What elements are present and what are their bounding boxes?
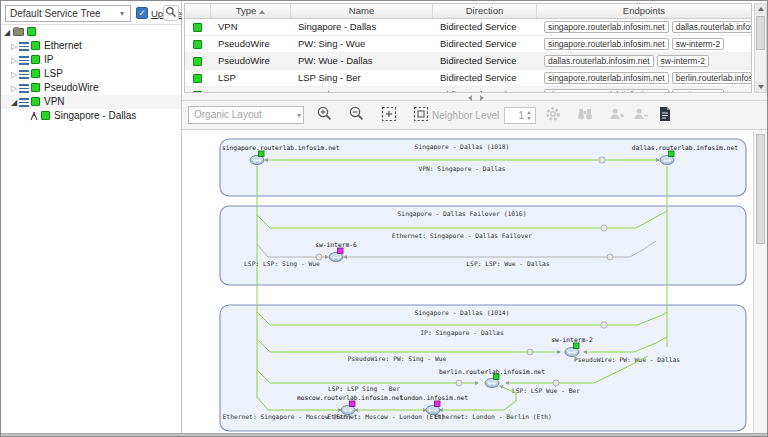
node-status-badge <box>259 151 265 157</box>
column-direction-label: Direction <box>466 5 504 16</box>
spinner-up-icon[interactable] <box>527 111 531 114</box>
check-icon: ✓ <box>138 8 146 18</box>
zoom-in-button[interactable] <box>314 105 336 126</box>
layout-select[interactable]: Organic Layout ▾ <box>188 106 304 124</box>
zoom-out-button[interactable] <box>346 105 368 126</box>
endpoint-chip: singapore.routerlab.infosim.net <box>544 38 669 50</box>
find-button[interactable] <box>574 105 596 126</box>
topology-map[interactable]: Singapore - Dallas (1018) Singapore - Da… <box>182 131 753 434</box>
cell-name: PW: Sing - Wue <box>291 36 433 52</box>
service-list-icon <box>19 98 29 107</box>
edge-label: Ethernet: Singapore - Dallas Failover <box>392 232 532 240</box>
scroll-up-button[interactable] <box>755 4 766 15</box>
cell-name: LSP Sing - Ber <box>291 70 433 86</box>
tree-root-row[interactable]: ◢ <box>1 25 181 39</box>
cell-name: PW: Wue - Dallas <box>291 53 433 69</box>
cell-endpoints: dallas.routerlab.infosim.netsw-interm-2 <box>537 53 751 69</box>
table-row[interactable]: VPN Singapore - Dallas Bidirected Servic… <box>185 19 751 36</box>
column-endpoints-label: Endpoints <box>623 5 665 16</box>
search-button[interactable] <box>163 5 179 21</box>
column-type[interactable]: Type <box>211 4 291 18</box>
edge-label: PseudoWire: PW: Wue - Dallas <box>574 356 680 363</box>
edge-midpoint <box>601 322 607 328</box>
spinner-down-icon[interactable] <box>527 117 531 120</box>
expander-closed-icon[interactable]: ▷ <box>9 40 19 54</box>
cell-endpoints: singapore.routerlab.infosim.netdallas.ro… <box>537 19 751 35</box>
main-panel: Type Name Direction Endpoints VPN Singap… <box>182 1 768 437</box>
topology-svg: Singapore - Dallas (1018) Singapore - Da… <box>182 131 753 434</box>
settings-button[interactable] <box>542 105 564 126</box>
status-square <box>27 27 36 36</box>
map-scrollbar[interactable] <box>753 131 767 434</box>
search-icon <box>165 6 177 18</box>
status-square <box>31 41 40 50</box>
edge-label: VPN: Singapore - Dallas <box>418 165 505 173</box>
node-status-badge <box>494 374 500 380</box>
table-row[interactable]: PseudoWire PW: Wue - Dallas Bidirected S… <box>185 53 751 70</box>
endpoint-chip: dallas.routerlab.infosim.net <box>672 21 751 33</box>
endpoint-chip: singapore.routerlab.infosim.net <box>544 21 669 33</box>
column-type-label: Type <box>236 5 257 16</box>
tree-item-singapore-dallas[interactable]: Singapore - Dallas <box>1 109 181 123</box>
fit-selection-button[interactable] <box>410 105 432 126</box>
panel-title: Singapore - Dallas Failover (1016) <box>398 210 527 218</box>
remove-node-button[interactable] <box>630 105 652 126</box>
node-status-badge <box>350 401 356 407</box>
cell-direction: Bidirected Service <box>433 36 537 52</box>
node-label: london.infosim.net <box>400 394 468 401</box>
service-tree-select[interactable]: Default Service Tree ▾ <box>5 5 131 22</box>
edge-label: LSP: LSP Sing - Ber <box>328 385 400 393</box>
expander-closed-icon[interactable]: ▷ <box>9 54 19 68</box>
add-node-button[interactable] <box>606 105 628 126</box>
scroll-thumb[interactable] <box>756 16 765 50</box>
tree-item-vpn[interactable]: ◢ VPN <box>1 95 181 109</box>
expander-closed-icon[interactable]: ▷ <box>9 82 19 96</box>
expander-open-icon[interactable]: ◢ <box>9 96 19 110</box>
cell-type: VPN <box>211 19 291 35</box>
node-label: dallas.routerlab.infosim.net <box>632 144 738 151</box>
status-square <box>193 91 202 93</box>
node-label: sw-interm-6 <box>315 241 357 248</box>
expander-open-icon[interactable]: ◢ <box>2 26 12 40</box>
tree-item-lsp[interactable]: ▷ LSP <box>1 67 181 81</box>
user-add-icon <box>608 105 626 123</box>
gear-icon <box>544 105 562 123</box>
app-window: Default Service Tree ▾ ✓ Updates ◢ ▷ <box>0 0 768 437</box>
table-splitter[interactable] <box>182 94 768 101</box>
table-scrollbar[interactable] <box>754 3 767 93</box>
status-square <box>193 57 202 66</box>
neighbor-level-value: 1 <box>518 110 524 121</box>
tree-item-ethernet[interactable]: ▷ Ethernet <box>1 39 181 53</box>
service-list-icon <box>19 56 29 65</box>
scroll-down-button[interactable] <box>755 81 766 92</box>
tree-item-label: Ethernet <box>44 39 82 53</box>
table-row[interactable]: LSP LSP Sing - Ber Bidirected Service si… <box>185 70 751 87</box>
table-row[interactable]: LSP LSP: Sing - Wue Bidirected Service s… <box>185 87 751 93</box>
tree-item-pseudowire[interactable]: ▷ PseudoWire <box>1 81 181 95</box>
status-square <box>31 55 40 64</box>
neighbor-level-label: Neighbor Level <box>432 110 499 121</box>
cell-name: LSP: Sing - Wue <box>291 87 433 93</box>
column-endpoints[interactable]: Endpoints <box>537 4 751 18</box>
zoom-out-icon <box>348 105 366 123</box>
expander-closed-icon[interactable]: ▷ <box>9 68 19 82</box>
chevron-down-icon: ▾ <box>116 6 128 21</box>
node-label: berlin.routerlab.infosim.net <box>439 368 545 375</box>
scroll-thumb[interactable] <box>756 134 765 244</box>
updates-checkbox[interactable]: ✓ <box>136 7 148 19</box>
tree-item-ip[interactable]: ▷ IP <box>1 53 181 67</box>
node-status-badge <box>435 401 441 407</box>
fit-view-button[interactable] <box>378 105 400 126</box>
neighbor-level-spinner[interactable]: 1 <box>504 107 536 124</box>
endpoint-chip: sw-interm-6 <box>672 89 724 93</box>
table-row[interactable]: PseudoWire PW: Sing - Wue Bidirected Ser… <box>185 36 751 53</box>
report-button[interactable] <box>654 105 676 126</box>
column-name[interactable]: Name <box>291 4 433 18</box>
fit-view-icon <box>380 105 398 123</box>
column-direction[interactable]: Direction <box>433 4 537 18</box>
endpoint-chip: singapore.routerlab.infosim.net <box>544 72 669 84</box>
edge-midpoint <box>607 254 613 260</box>
status-square <box>31 83 40 92</box>
column-status[interactable] <box>185 4 211 18</box>
endpoint-chip: berlin.routerlab.infosim.net <box>672 72 751 84</box>
